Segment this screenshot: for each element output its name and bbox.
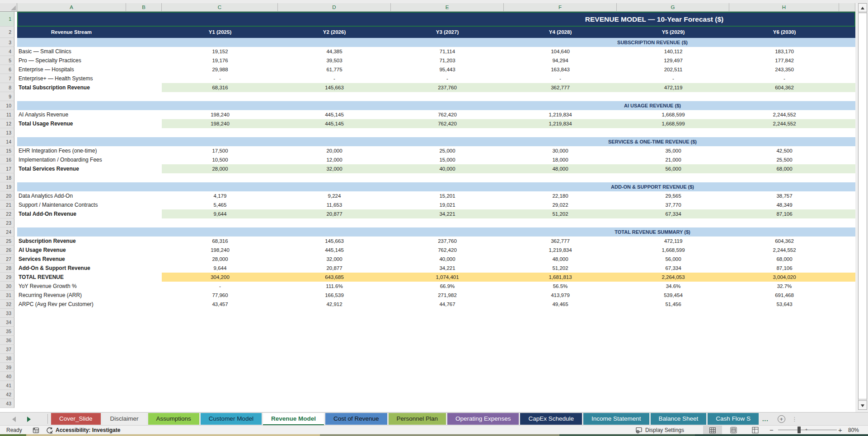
cell-H16[interactable]: 25,500 — [739, 155, 830, 164]
cell-A17[interactable]: Total Services Revenue — [19, 164, 125, 173]
tabs-more-button[interactable]: ⋮ — [792, 416, 798, 422]
row-header-18[interactable]: 18 — [0, 173, 14, 182]
tab-personnel-plan[interactable]: Personnel Plan — [389, 413, 446, 425]
cell-G25[interactable]: 472,119 — [628, 237, 718, 246]
row-header-14[interactable]: 14 — [0, 137, 14, 146]
cell-E30[interactable]: 66.9% — [402, 282, 493, 291]
cell-A16[interactable]: Implementation / Onboarding Fees — [19, 155, 125, 164]
tab-cover-slide[interactable]: Cover_Slide — [51, 413, 101, 425]
tab-capex-schedule[interactable]: CapEx Schedule — [520, 413, 582, 425]
cell-H28[interactable]: 87,106 — [739, 264, 830, 273]
cell-E4[interactable]: 71,114 — [402, 47, 493, 56]
column-header-A[interactable]: A — [17, 3, 126, 12]
cell-D32[interactable]: 42,912 — [289, 300, 380, 309]
cell-E7[interactable]: - — [402, 74, 493, 83]
cell-H27[interactable]: 68,000 — [739, 255, 830, 264]
cell-G21[interactable]: 37,770 — [628, 200, 718, 209]
cell-E22[interactable]: 34,221 — [402, 209, 493, 218]
cell-E21[interactable]: 19,021 — [402, 200, 493, 209]
cell-A26[interactable]: AI Usage Revenue — [19, 246, 125, 255]
tab-disclaimer[interactable]: Disclaimer — [102, 413, 147, 425]
cell-D8[interactable]: 145,663 — [289, 83, 380, 92]
cell-C8[interactable]: 68,316 — [175, 83, 265, 92]
tab-income-statement[interactable]: Income Statement — [583, 413, 649, 425]
cell-C15[interactable]: 17,500 — [175, 146, 265, 155]
cell-E17[interactable]: 40,000 — [402, 164, 493, 173]
tab-balance-sheet[interactable]: Balance Sheet — [651, 413, 707, 425]
tab-customer-model[interactable]: Customer Model — [201, 413, 262, 425]
cell-C32[interactable]: 43,457 — [175, 300, 265, 309]
cell-G6[interactable]: 202,511 — [628, 65, 718, 74]
cell-G22[interactable]: 67,334 — [628, 209, 718, 218]
cell-E6[interactable]: 95,443 — [402, 65, 493, 74]
cell-A25[interactable]: Subscription Revenue — [19, 237, 125, 246]
column-header-D[interactable]: D — [278, 3, 391, 12]
cell-H4[interactable]: 183,170 — [739, 47, 830, 56]
cell-A4[interactable]: Basic — Small Clinics — [19, 47, 125, 56]
cell-H25[interactable]: 604,362 — [739, 237, 830, 246]
cell-D21[interactable]: 11,653 — [289, 200, 380, 209]
column-header-F[interactable]: F — [504, 3, 617, 12]
tab-operating-expenses[interactable]: Operating Expenses — [447, 413, 519, 425]
column-header-G[interactable]: G — [617, 3, 729, 12]
scroll-down-button[interactable] — [858, 400, 867, 410]
cell-E8[interactable]: 237,760 — [402, 83, 493, 92]
row-header-25[interactable]: 25 — [0, 237, 14, 246]
cell-A20[interactable]: Data Analytics Add-On — [19, 191, 125, 200]
cell-C22[interactable]: 9,644 — [175, 209, 265, 218]
cell-D27[interactable]: 32,000 — [289, 255, 380, 264]
cell-G20[interactable]: 29,565 — [628, 191, 718, 200]
zoom-percent-label[interactable]: 80% — [848, 426, 859, 435]
row-header-13[interactable]: 13 — [0, 128, 14, 137]
cell-D31[interactable]: 166,539 — [289, 291, 380, 300]
page-layout-view-button[interactable] — [724, 426, 743, 435]
cell-C5[interactable]: 19,176 — [175, 56, 265, 65]
cell-F15[interactable]: 30,000 — [515, 146, 605, 155]
cell-F20[interactable]: 22,180 — [515, 191, 605, 200]
row-header-22[interactable]: 22 — [0, 209, 14, 218]
cell-G5[interactable]: 129,497 — [628, 56, 718, 65]
row-header-4[interactable]: 4 — [0, 47, 14, 56]
column-header-C[interactable]: C — [162, 3, 278, 12]
cell-E31[interactable]: 271,982 — [402, 291, 493, 300]
cell-E5[interactable]: 71,203 — [402, 56, 493, 65]
cell-A6[interactable]: Enterprise — Hospitals — [19, 65, 125, 74]
cell-D25[interactable]: 145,663 — [289, 237, 380, 246]
cell-H20[interactable]: 38,757 — [739, 191, 830, 200]
cell-H32[interactable]: 53,643 — [739, 300, 830, 309]
cell-E26[interactable]: 762,420 — [402, 246, 493, 255]
cell-G7[interactable]: - — [628, 74, 718, 83]
page-break-preview-button[interactable] — [746, 426, 765, 435]
cell-C11[interactable]: 198,240 — [175, 110, 265, 119]
row-header-37[interactable]: 37 — [0, 345, 14, 354]
cell-F29[interactable]: 1,681,813 — [515, 273, 605, 282]
cell-A28[interactable]: Add-On & Support Revenue — [19, 264, 125, 273]
cell-D26[interactable]: 445,145 — [289, 246, 380, 255]
cell-E20[interactable]: 15,201 — [402, 191, 493, 200]
cell-F12[interactable]: 1,219,834 — [515, 119, 605, 128]
display-settings-button[interactable]: Display Settings — [645, 426, 684, 435]
row-header-29[interactable]: 29 — [0, 273, 14, 282]
row-header-10[interactable]: 10 — [0, 101, 14, 110]
tab-assumptions[interactable]: Assumptions — [148, 413, 199, 425]
row-header-20[interactable]: 20 — [0, 191, 14, 200]
row-header-2[interactable]: 2 — [0, 27, 14, 38]
cell-H30[interactable]: 32.7% — [739, 282, 830, 291]
cell-C31[interactable]: 77,960 — [175, 291, 265, 300]
cell-G27[interactable]: 56,000 — [628, 255, 718, 264]
cell-C29[interactable]: 304,200 — [175, 273, 265, 282]
cell-H6[interactable]: 243,350 — [739, 65, 830, 74]
row-header-32[interactable]: 32 — [0, 300, 14, 309]
cell-E11[interactable]: 762,420 — [402, 110, 493, 119]
cell-H31[interactable]: 691,468 — [739, 291, 830, 300]
row-header-23[interactable]: 23 — [0, 218, 14, 227]
cell-F28[interactable]: 51,202 — [515, 264, 605, 273]
cell-G15[interactable]: 35,000 — [628, 146, 718, 155]
row-header-31[interactable]: 31 — [0, 291, 14, 300]
cell-E32[interactable]: 44,767 — [402, 300, 493, 309]
tab-scroll-left-icon[interactable] — [12, 417, 16, 422]
cell-F16[interactable]: 18,000 — [515, 155, 605, 164]
row-header-33[interactable]: 33 — [0, 309, 14, 318]
zoom-slider-handle[interactable] — [798, 427, 801, 433]
cell-D17[interactable]: 32,000 — [289, 164, 380, 173]
